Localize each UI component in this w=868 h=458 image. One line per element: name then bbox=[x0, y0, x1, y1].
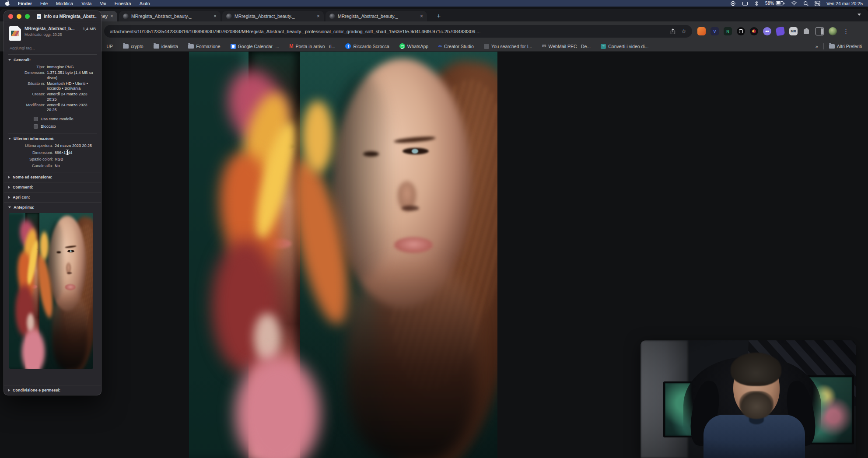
bookmark-converti-video[interactable]: ~ Converti i video di... bbox=[601, 44, 648, 49]
disclosure-triangle-icon[interactable] bbox=[8, 138, 11, 140]
bookmark-folder-formazione[interactable]: Formazione bbox=[188, 44, 220, 49]
checkbox-usa-come-modello[interactable]: Usa come modello bbox=[34, 117, 97, 121]
menu-item-finestra[interactable]: Finestra bbox=[115, 1, 131, 6]
tab-mrregista-1[interactable]: MRregista_Abstract_beauty._ × bbox=[119, 11, 220, 21]
ext-icon-black-circle[interactable] bbox=[737, 27, 745, 35]
tab-mrregista-3[interactable]: MRregista_Abstract_beauty._ × bbox=[326, 11, 427, 21]
tab-label: MRregista_Abstract_beauty._ bbox=[234, 14, 314, 19]
menu-item-modifica[interactable]: Modifica bbox=[56, 1, 73, 6]
preview-thumbnail bbox=[9, 213, 93, 369]
browser-menu-dots-icon[interactable]: ⋮ bbox=[842, 27, 850, 35]
folder-icon bbox=[829, 44, 835, 49]
ext-icon-ghost[interactable] bbox=[763, 27, 771, 35]
checkbox-icon[interactable] bbox=[34, 117, 38, 121]
bookmark-label: WebMail PEC - De... bbox=[549, 44, 591, 49]
menu-item-finder[interactable]: Finder bbox=[18, 1, 32, 6]
envelope-icon: ✉ bbox=[542, 44, 546, 49]
screen-recording-icon[interactable] bbox=[730, 1, 736, 6]
section-apri-con[interactable]: Apri con: bbox=[4, 192, 101, 202]
tab-strip: ney × MRregista_Abstract_beauty._ × MRre… bbox=[0, 9, 868, 21]
minimize-window-button[interactable] bbox=[17, 14, 21, 19]
get-info-window: Info su MRregista_Abstr... MRregista_Abs… bbox=[4, 10, 102, 395]
address-bar[interactable]: attachments/1013512335442333816/10889063… bbox=[104, 25, 692, 38]
bookmark-facebook[interactable]: f Riccardo Scrocca bbox=[345, 43, 389, 49]
ext-icon-red-key[interactable] bbox=[750, 27, 758, 35]
menu-item-aiuto[interactable]: Aiuto bbox=[140, 1, 150, 6]
field-label: Creato: bbox=[8, 92, 45, 102]
ext-icon-orange[interactable] bbox=[697, 27, 706, 35]
ext-icon-purple[interactable] bbox=[776, 27, 785, 36]
field-value: 1.371.351 byte (1,4 MB su disco) bbox=[47, 70, 97, 80]
checkbox-bloccato[interactable]: Bloccato bbox=[34, 124, 97, 129]
bookmark-whatsapp[interactable]: WhatsApp bbox=[399, 43, 428, 49]
profile-avatar[interactable] bbox=[829, 27, 837, 35]
disclosure-triangle-icon[interactable] bbox=[8, 59, 11, 61]
bookmark-item[interactable]: -UP bbox=[105, 44, 113, 49]
info-title-bar[interactable]: Info su MRregista_Abstr... bbox=[4, 11, 101, 22]
wifi-icon[interactable] bbox=[791, 1, 797, 6]
checkbox-icon[interactable] bbox=[34, 124, 38, 129]
tab-close-icon[interactable]: × bbox=[214, 14, 217, 19]
display-icon[interactable] bbox=[742, 1, 748, 6]
tab-close-icon[interactable]: × bbox=[110, 14, 113, 19]
tab-label: MRregista_Abstract_beauty._ bbox=[131, 14, 211, 19]
menu-item-file[interactable]: File bbox=[40, 1, 48, 6]
chevron-down-icon[interactable] bbox=[858, 14, 861, 16]
bookmark-folder-idealista[interactable]: idealista bbox=[154, 44, 178, 49]
disclosure-triangle-icon[interactable] bbox=[8, 196, 10, 199]
control-center-icon[interactable] bbox=[815, 1, 820, 6]
field-label: Canale alfa: bbox=[8, 164, 53, 168]
disclosure-triangle-icon[interactable] bbox=[8, 186, 10, 189]
section-nome-ed-estensione[interactable]: Nome ed estensione: bbox=[4, 172, 101, 182]
bookmark-you-searched[interactable]: You searched for I... bbox=[484, 44, 532, 49]
ext-icon-mr[interactable]: MR bbox=[789, 27, 798, 35]
battery-indicator[interactable]: 58% bbox=[765, 1, 785, 6]
menu-item-vai[interactable]: Vai bbox=[100, 1, 106, 6]
field-label: Situato in: bbox=[8, 81, 45, 91]
ext-icon-green-n[interactable]: N bbox=[724, 27, 732, 35]
tab-close-icon[interactable]: × bbox=[317, 14, 320, 19]
bookmarks-overflow-chevrons[interactable]: » bbox=[816, 44, 818, 49]
section-anteprima[interactable]: Anteprima: bbox=[4, 202, 101, 212]
bluetooth-icon[interactable] bbox=[754, 1, 759, 6]
whatsapp-icon bbox=[399, 43, 405, 49]
section-more-info-header[interactable]: Ulteriori informazioni: bbox=[8, 136, 97, 141]
tab-mrregista-2[interactable]: MRregista_Abstract_beauty._ × bbox=[222, 11, 324, 21]
menu-item-vista[interactable]: Vista bbox=[81, 1, 91, 6]
field-label: Dimensioni: bbox=[8, 70, 45, 80]
modified-line: Modificato: oggi, 20:25 bbox=[24, 32, 96, 37]
bookmark-gmail[interactable]: M Posta in arrivo - ri... bbox=[289, 44, 335, 49]
share-icon[interactable] bbox=[670, 28, 676, 35]
zoom-window-button[interactable] bbox=[25, 14, 30, 19]
bookmark-label: crypto bbox=[131, 44, 144, 49]
section-condivisione-e-permessi[interactable]: Condivisione e permessi: bbox=[4, 385, 101, 395]
url-text[interactable]: attachments/1013512335442333816/10889063… bbox=[110, 29, 665, 34]
apple-menu-icon[interactable] bbox=[5, 1, 10, 6]
window-title: Info su MRregista_Abstr... bbox=[44, 14, 97, 19]
bookmark-google-calendar[interactable]: Google Calendar -... bbox=[231, 44, 280, 49]
ext-icon-blue-v[interactable]: V bbox=[710, 27, 719, 35]
section-general-header[interactable]: Generali: bbox=[8, 58, 97, 62]
field-value: Macintosh HD • Utenti • riccardo • Scriv… bbox=[47, 81, 97, 91]
bookmark-star-icon[interactable]: ☆ bbox=[681, 28, 686, 34]
disclosure-triangle-icon[interactable] bbox=[8, 206, 11, 208]
tab-close-icon[interactable]: × bbox=[420, 14, 423, 19]
bookmark-folder-crypto[interactable]: crypto bbox=[123, 44, 144, 49]
bookmark-label: idealista bbox=[161, 44, 178, 49]
extensions-puzzle-icon[interactable] bbox=[802, 27, 811, 35]
bookmark-webmail-pec[interactable]: ✉ WebMail PEC - De... bbox=[542, 44, 591, 49]
bookmark-label: Altri Preferiti bbox=[837, 44, 862, 49]
close-window-button[interactable] bbox=[8, 14, 13, 19]
field-label: Ultima apertura: bbox=[8, 143, 53, 148]
search-icon[interactable] bbox=[803, 1, 808, 6]
new-tab-button[interactable]: + bbox=[434, 10, 444, 20]
tags-input[interactable]: Aggiungi tag... bbox=[8, 44, 97, 55]
menu-bar-clock[interactable]: Ven 24 mar 20:25 bbox=[826, 1, 863, 6]
disclosure-triangle-icon[interactable] bbox=[8, 176, 10, 178]
other-bookmarks-button[interactable]: Altri Preferiti bbox=[829, 44, 862, 49]
bookmark-label: Creator Studio bbox=[444, 44, 474, 49]
section-commenti[interactable]: Commenti: bbox=[4, 182, 101, 192]
bookmark-creator-studio[interactable]: ∞ Creator Studio bbox=[438, 44, 474, 49]
disclosure-triangle-icon[interactable] bbox=[8, 389, 10, 392]
side-panel-icon[interactable] bbox=[816, 27, 824, 35]
